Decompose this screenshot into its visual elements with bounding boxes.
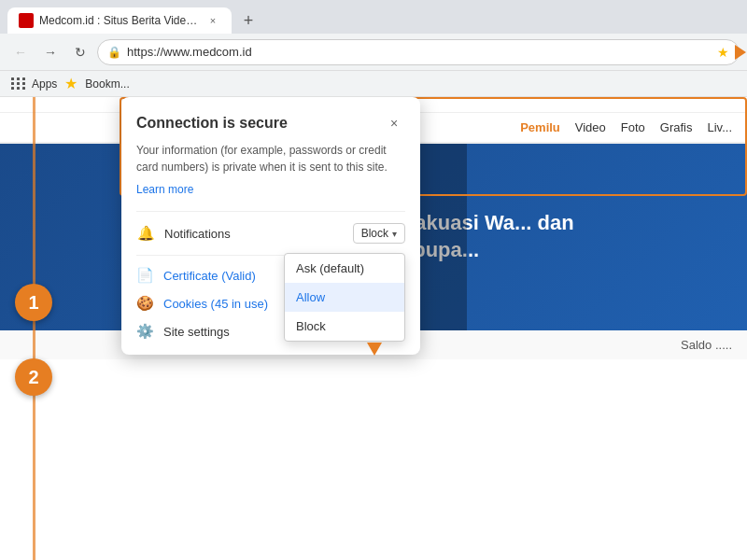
cookies-icon: 🍪 (136, 295, 154, 312)
url-text: https://www.medcom.id (127, 45, 712, 59)
dropdown-chevron-icon: ▾ (392, 229, 397, 239)
popup-title: Connection is secure (136, 115, 288, 132)
popup-divider (136, 211, 405, 212)
popup-header: Connection is secure × (136, 112, 405, 134)
back-button[interactable]: ← (7, 39, 34, 65)
notifications-label: Notifications (164, 227, 344, 241)
lock-icon: 🔒 (107, 46, 121, 59)
dropdown-orange-arrow-icon (367, 343, 382, 356)
nav-live[interactable]: Liv... (708, 120, 733, 134)
url-bar[interactable]: 🔒 https://www.medcom.id ★ (97, 39, 740, 65)
content-area: .id Pemilu Video Foto Grafis Liv... Tim … (0, 97, 747, 560)
security-popup: Connection is secure × Your information … (121, 97, 420, 355)
nav-video[interactable]: Video (575, 120, 606, 134)
learn-more-link[interactable]: Learn more (136, 183, 405, 196)
orange-vertical-line (33, 97, 35, 560)
address-bar: ← → ↻ 🔒 https://www.medcom.id ★ (0, 34, 747, 71)
step-2-indicator: 2 (15, 358, 52, 396)
browser-window: Medcom.id : Situs Berita Video I... × + … (0, 0, 747, 560)
tab-close-button[interactable]: × (205, 13, 220, 28)
nav-pemilu[interactable]: Pemilu (520, 120, 560, 134)
notifications-dropdown-menu: Ask (default) Allow Block (284, 253, 405, 342)
bookmark-icon: ★ (717, 45, 729, 60)
nav-foto[interactable]: Foto (621, 120, 645, 134)
option-allow[interactable]: Allow (285, 283, 404, 312)
nav-grafis[interactable]: Grafis (660, 120, 693, 134)
refresh-button[interactable]: ↻ (67, 39, 93, 65)
notifications-value: Block (361, 227, 388, 240)
site-settings-label[interactable]: Site settings (163, 325, 230, 339)
notifications-row: 🔔 Notifications Block ▾ Ask (default) Al… (136, 223, 405, 244)
saldo-text: Saldo ..... (681, 338, 732, 352)
tab-favicon (19, 13, 34, 28)
new-tab-button[interactable]: + (235, 7, 261, 34)
bookmark-star-icon: ★ (64, 75, 78, 92)
notifications-icon: 🔔 (136, 224, 155, 243)
apps-grid-icon (11, 77, 26, 90)
tab-bar: Medcom.id : Situs Berita Video I... × + (0, 0, 747, 34)
apps-bookmark[interactable]: Apps (11, 77, 57, 91)
active-tab[interactable]: Medcom.id : Situs Berita Video I... × (7, 7, 232, 34)
option-ask-default[interactable]: Ask (default) (285, 254, 404, 283)
popup-description: Your information (for example, passwords… (136, 142, 405, 175)
notifications-dropdown[interactable]: Block ▾ (353, 223, 405, 244)
cookies-label[interactable]: Cookies (45 in use) (163, 297, 268, 311)
forward-button[interactable]: → (37, 39, 63, 65)
popup-close-button[interactable]: × (383, 112, 405, 134)
orange-arrow-indicator (735, 45, 746, 60)
step-1-indicator: 1 (15, 284, 52, 321)
bookmark-bar: Apps ★ Bookm... (0, 71, 747, 97)
option-block[interactable]: Block (285, 312, 404, 341)
certificate-icon: 📄 (136, 267, 154, 284)
bookmarks-label: Bookm... (85, 77, 129, 91)
settings-icon: ⚙️ (136, 323, 154, 340)
certificate-label[interactable]: Certificate (Valid) (163, 269, 256, 283)
tab-title: Medcom.id : Situs Berita Video I... (39, 14, 200, 27)
apps-label: Apps (32, 77, 57, 91)
